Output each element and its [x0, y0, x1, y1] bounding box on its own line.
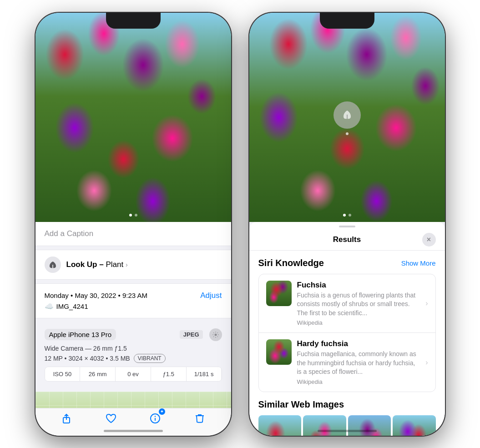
fuchsia-source: Wikipedia: [297, 319, 420, 326]
photo-page-dots: [129, 214, 137, 216]
svg-point-0: [214, 333, 217, 336]
map-area[interactable]: [35, 392, 231, 408]
camera-settings-button[interactable]: [209, 328, 222, 341]
phone-1: Add a Caption Look Up – Plant ›: [35, 13, 231, 436]
lens-detail: Wide Camera — 26 mm ƒ1.5: [45, 345, 222, 352]
caption-placeholder-text: Add a Caption: [45, 229, 94, 238]
knowledge-item-hardy[interactable]: Hardy fuchsia Fuchsia magellanica, commo…: [259, 333, 435, 392]
close-icon: ×: [427, 236, 431, 244]
knowledge-item-fuchsia[interactable]: Fuchsia Fuchsia is a genus of flowering …: [259, 274, 435, 333]
style-badge: VIBRANT: [134, 354, 166, 363]
home-indicator-1: [104, 430, 163, 432]
hardy-desc: Fuchsia magellanica, commonly known as t…: [297, 350, 420, 377]
photo-dot-2: [135, 214, 137, 216]
exif-ev: 0 ev: [116, 367, 151, 381]
exif-aperture: ƒ1.5: [151, 367, 187, 381]
phone-notch-2: [320, 13, 374, 29]
phone-2: Results × Siri Knowledge Show More: [249, 13, 445, 436]
lookup-icon: [45, 257, 61, 273]
hardy-source: Wikipedia: [297, 378, 420, 385]
photo-dot2-1: [343, 214, 346, 216]
filename-text: IMG_4241: [56, 302, 88, 310]
megapixel-text: 12 MP • 3024 × 4032 • 3.5 MB: [45, 355, 130, 362]
exif-shutter: 1/181 s: [187, 367, 222, 381]
photo-display-1[interactable]: [35, 13, 231, 222]
fuchsia-info: Fuchsia Fuchsia is a genus of flowering …: [297, 281, 420, 327]
results-title: Results: [272, 235, 422, 244]
delete-button[interactable]: [190, 408, 210, 428]
similar-image-1[interactable]: [258, 415, 302, 435]
exif-iso: ISO 50: [45, 367, 81, 381]
knowledge-card: Fuchsia Fuchsia is a genus of flowering …: [258, 274, 436, 393]
siri-knowledge-title: Siri Knowledge: [258, 258, 324, 268]
camera-model: Apple iPhone 13 Pro: [45, 329, 116, 340]
show-more-button[interactable]: Show More: [401, 259, 436, 267]
lookup-type: Plant: [106, 260, 123, 269]
camera-section: Apple iPhone 13 Pro JPEG Wide Camera: [35, 322, 231, 388]
fuchsia-desc: Fuchsia is a genus of flowering plants t…: [297, 291, 420, 318]
info-badge: ✦: [159, 408, 165, 415]
similar-images-row: [258, 415, 436, 435]
visual-search-dot: [346, 132, 349, 135]
similar-image-3[interactable]: [348, 415, 391, 435]
cloud-icon: ☁️: [45, 302, 54, 311]
siri-knowledge-section: Siri Knowledge Show More: [249, 251, 445, 396]
visual-search-circle: [333, 101, 361, 129]
lookup-row[interactable]: Look Up – Plant ›: [35, 250, 231, 280]
fuchsia-name: Fuchsia: [297, 281, 420, 290]
similar-image-2[interactable]: [303, 415, 346, 435]
gear-icon: [212, 331, 219, 338]
leaf-icon: [48, 260, 57, 269]
similar-image-4[interactable]: [393, 415, 436, 435]
date-section: Monday • May 30, 2022 • 9:23 AM Adjust ☁…: [35, 283, 231, 318]
exif-row: ISO 50 26 mm 0 ev ƒ1.5 1/181 s: [45, 367, 222, 382]
hardy-info: Hardy fuchsia Fuchsia magellanica, commo…: [297, 339, 420, 385]
photo-dot-1: [129, 214, 132, 216]
photo-dot2-2: [349, 214, 351, 216]
lookup-text: Look Up – Plant ›: [66, 260, 128, 269]
caption-input[interactable]: Add a Caption: [35, 222, 231, 246]
lookup-label: Look Up –: [66, 260, 106, 269]
adjust-button[interactable]: Adjust: [200, 291, 222, 300]
info-button[interactable]: ✦: [145, 408, 165, 428]
photo-display-2[interactable]: [249, 13, 445, 222]
info-icon: [150, 413, 161, 424]
format-badge: JPEG: [180, 330, 203, 339]
hardy-name: Hardy fuchsia: [297, 339, 420, 348]
flower-image-1: [35, 13, 231, 222]
close-results-button[interactable]: ×: [422, 233, 436, 247]
favorite-button[interactable]: [101, 408, 121, 428]
date-text: Monday • May 30, 2022 • 9:23 AM: [45, 292, 147, 299]
visual-search-overlay[interactable]: [333, 101, 361, 135]
hardy-thumb-image: [266, 339, 292, 365]
fuchsia-thumbnail: [266, 281, 292, 306]
phone-notch-1: [106, 13, 161, 29]
fuchsia-thumb-image: [266, 281, 292, 306]
svg-point-5: [155, 416, 156, 417]
photo-dots-2: [343, 214, 351, 216]
home-indicator-2: [318, 430, 377, 432]
hardy-thumbnail: [266, 339, 292, 365]
heart-icon: [106, 413, 116, 424]
map-grid-overlay: [35, 392, 231, 408]
lookup-chevron: ›: [126, 261, 128, 268]
share-icon: [61, 413, 72, 424]
fuchsia-chevron: ›: [425, 299, 428, 307]
trash-icon: [194, 413, 205, 424]
visual-search-leaf-icon: [341, 109, 354, 121]
results-sheet: Results × Siri Knowledge Show More: [249, 222, 445, 436]
exif-focal: 26 mm: [80, 367, 116, 381]
share-button[interactable]: [56, 408, 76, 428]
sheet-content: Siri Knowledge Show More: [249, 251, 445, 436]
sheet-header: Results ×: [249, 227, 445, 251]
similar-title: Similar Web Images: [258, 399, 436, 410]
hardy-chevron: ›: [425, 358, 428, 367]
